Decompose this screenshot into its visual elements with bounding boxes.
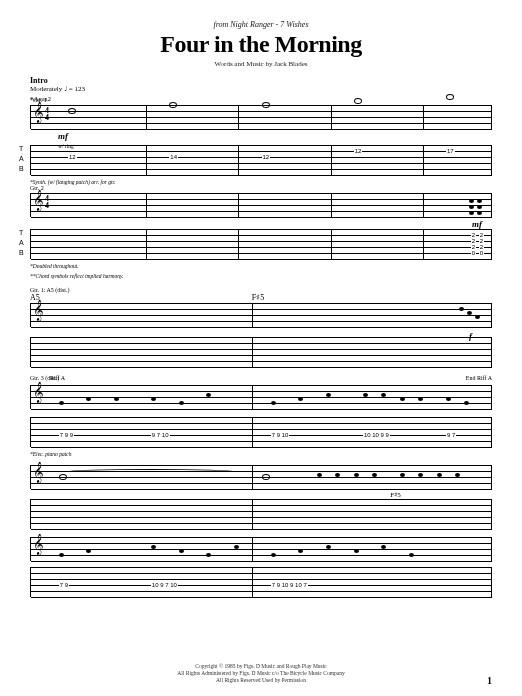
tab-label-icon: B — [19, 165, 24, 172]
staff: 𝄞 — [30, 385, 492, 409]
note — [477, 199, 482, 203]
staff: 𝄞 — [30, 537, 492, 561]
whole-note — [262, 474, 270, 480]
tempo-marking: Moderately ♩ = 123 — [30, 85, 492, 93]
song-title: Four in the Morning — [30, 31, 492, 58]
footnote-synth: *Synth. (w/ flanging patch) arr. for gtr… — [30, 179, 492, 185]
footnote-elec-piano: *Elec. piano patch — [30, 451, 492, 457]
note — [86, 397, 91, 401]
note — [271, 401, 276, 405]
footnote-chords: **Chord symbols reflect implied harmony. — [30, 273, 492, 279]
time-signature: 44 — [45, 107, 49, 121]
note — [354, 549, 359, 553]
tab-gtr2: T A B 2 2 2 0 2 2 2 0 — [30, 229, 492, 259]
tab-label-icon: T — [19, 145, 23, 152]
section-intro-label: Intro — [30, 76, 492, 85]
note — [446, 397, 451, 401]
tab-label-icon: A — [19, 239, 24, 246]
tab-number: 17 — [446, 148, 455, 154]
note — [477, 211, 482, 215]
chord-f5: F♯5 — [252, 293, 264, 302]
tab-number: 7 9 10 — [271, 432, 290, 438]
tab — [30, 499, 492, 529]
tab-number: 9 7 10 — [151, 432, 170, 438]
sheet-music-page: from Night Ranger - 7 Wishes Four in the… — [0, 0, 522, 696]
riff-a-label: Riff A — [50, 375, 65, 381]
note — [469, 205, 474, 209]
system-3-bottom: 𝄞 — [30, 537, 492, 597]
note — [234, 545, 239, 549]
whole-note — [59, 474, 67, 480]
note — [326, 393, 331, 397]
note — [409, 553, 414, 557]
whole-note — [169, 102, 177, 108]
source-line: from Night Ranger - 7 Wishes — [30, 20, 492, 29]
whole-note — [262, 102, 270, 108]
note — [418, 397, 423, 401]
system-1-gtr1: *Gtr. 1 𝄞 44 mf w/ ring T A B — [30, 105, 492, 185]
system-1-gtr2: Gtr. 2 𝄞 44 mf T A B — [30, 193, 492, 279]
tab-label-icon: T — [19, 229, 23, 236]
note — [437, 473, 442, 477]
system-3-top: 𝄞 F♯5 — [30, 465, 492, 529]
note — [469, 199, 474, 203]
tab-label-icon: A — [19, 155, 24, 162]
copyright-block: Copyright © 1985 by Figs. D Music and Ro… — [0, 663, 522, 684]
dynamic-mf: mf — [58, 131, 68, 141]
tab-number: 12 — [354, 148, 363, 154]
copyright-line: All Rights Reserved Used by Permission — [0, 677, 522, 684]
note — [477, 205, 482, 209]
tab: 7 9 10 9 7 10 7 9 10 9 10 7 — [30, 567, 492, 597]
note — [86, 549, 91, 553]
note — [363, 393, 368, 397]
chord-f5: F♯5 — [390, 491, 400, 499]
note — [59, 401, 64, 405]
note — [59, 553, 64, 557]
credits: Words and Music by Jack Blades — [30, 60, 492, 68]
header: from Night Ranger - 7 Wishes Four in the… — [30, 20, 492, 68]
end-riff-a-label: End Riff A — [466, 375, 492, 381]
note — [464, 401, 469, 405]
tab-gtr1: T A B 12 14 12 12 17 — [30, 145, 492, 175]
time-signature: 44 — [45, 195, 49, 209]
tab: 7 9 9 9 7 10 7 9 10 10 10 9 9 9 7 — [30, 417, 492, 447]
staff: 𝄞 — [30, 303, 492, 327]
copyright-line: All Rights Administered by Figs. D Music… — [0, 670, 522, 677]
note — [317, 473, 322, 477]
tie-icon — [68, 469, 234, 474]
note — [459, 307, 464, 311]
tab-number: 7 9 10 9 10 7 — [271, 582, 308, 588]
page-number: 1 — [487, 675, 492, 686]
tab — [30, 337, 492, 367]
note — [326, 545, 331, 549]
staff: 𝄞 — [30, 465, 492, 489]
tab-number: 7 9 9 — [59, 432, 74, 438]
tab-number: 10 10 9 9 — [363, 432, 390, 438]
tab-number: 14 — [169, 154, 178, 160]
note — [475, 315, 480, 319]
note — [114, 397, 119, 401]
note — [469, 211, 474, 215]
tab-number: 7 9 — [59, 582, 69, 588]
note — [400, 397, 405, 401]
note — [179, 401, 184, 405]
staff-gtr2: 𝄞 44 — [30, 193, 492, 217]
tab-number: 9 7 — [446, 432, 456, 438]
note — [151, 545, 156, 549]
tab-number: 12 — [68, 154, 77, 160]
copyright-line: Copyright © 1985 by Figs. D Music and Ro… — [0, 663, 522, 670]
note — [298, 549, 303, 553]
tab-number: 0 — [479, 250, 484, 256]
note — [179, 549, 184, 553]
whole-note — [354, 98, 362, 104]
note — [206, 553, 211, 557]
tab-label-icon: B — [19, 249, 24, 256]
note — [400, 473, 405, 477]
footnote-doubled: *Doubled throughout. — [30, 263, 492, 269]
chord-symbol: *Asus2 — [30, 95, 492, 103]
system-2-top: 𝄞 f — [30, 303, 492, 367]
dynamic-mf: mf — [472, 219, 482, 229]
tab-number: 12 — [262, 154, 271, 160]
whole-note — [68, 108, 76, 114]
whole-note — [446, 94, 454, 100]
